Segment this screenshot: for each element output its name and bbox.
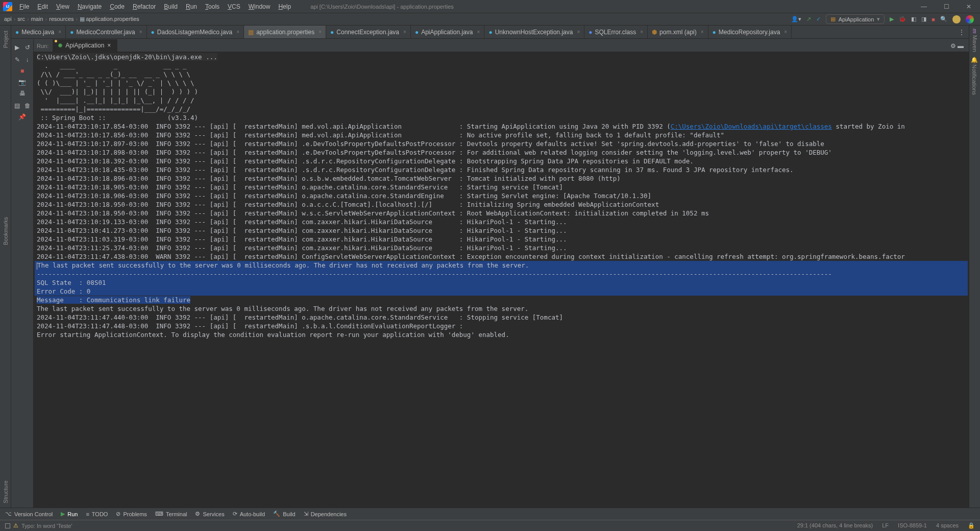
user-icon[interactable]: 👤▾ [791,16,801,22]
close-tab-icon[interactable]: × [477,29,480,35]
ide-settings-icon[interactable] [966,15,974,23]
line-separator[interactable]: LF [882,522,889,529]
run-tab-active[interactable]: ApiApplication × [53,39,117,52]
vcs-commit-icon[interactable]: ✓ [816,16,821,22]
debug-button[interactable]: 🐞 [899,16,906,22]
tool-window-terminal[interactable]: ⌨Terminal [155,511,187,517]
coverage-icon[interactable]: ◧ [911,16,916,22]
tool-window-services[interactable]: ⚙Services [195,511,224,517]
maximize-button[interactable]: ☐ [935,0,958,13]
console-output[interactable]: C:\Users\Zoio\.jdks\openjdk-20\bin\java.… [34,52,969,508]
editor-tab[interactable]: ●MedicoController.java× [66,26,146,38]
tool-window-run[interactable]: ▶Run [61,511,78,517]
search-icon[interactable]: 🔍 [940,16,947,22]
snapshot-icon[interactable]: 📷 [18,78,27,87]
menu-edit[interactable]: Edit [33,1,52,12]
close-tab-icon[interactable]: × [236,29,239,35]
avatar-icon[interactable] [952,15,961,23]
menu-window[interactable]: Window [244,1,275,12]
readonly-lock-icon[interactable]: 🔒 [968,522,975,529]
maven-tool-button[interactable]: m Maven [972,29,978,52]
tool-window-todo[interactable]: ≡TODO [86,511,108,517]
run-config-select[interactable]: ▦ ApiApplication ▾ [826,14,885,24]
menu-build[interactable]: Build [160,1,182,12]
profiler-icon[interactable]: ◨ [921,16,926,22]
menu-refactor[interactable]: Refactor [129,1,160,12]
editor-tab[interactable]: ●Medico.java× [11,26,66,38]
bookmarks-tool-button[interactable]: Bookmarks [3,217,9,245]
stop-process-button[interactable]: ■ [18,66,27,76]
rerun-button[interactable]: ▶ [13,43,22,52]
tool-window-version-control[interactable]: ⌥Version Control [5,511,53,517]
editor-tab[interactable]: ▦application.properties× [244,26,326,38]
rerun-failed-icon[interactable]: ↺ [23,43,32,52]
modify-run-icon[interactable]: ✎ [13,55,22,64]
tool-window-dependencies[interactable]: ⇲Dependencies [304,511,347,517]
close-tab-icon[interactable]: × [784,29,787,35]
console-line: =========|_|==============|___/=/_/_/_/ [35,105,968,113]
tool-window-auto-build[interactable]: ⟳Auto-build [233,511,265,517]
breadcrumb-item[interactable]: resources [49,16,74,22]
structure-tool-button[interactable]: Structure [3,480,9,503]
close-tab-icon[interactable]: × [403,29,406,35]
close-tab-icon[interactable]: × [107,42,111,49]
menu-help[interactable]: Help [274,1,295,12]
breadcrumb-item[interactable]: main [31,16,43,22]
close-button[interactable]: ✕ [958,0,980,13]
breadcrumb-item[interactable]: ▦application.properties [80,16,139,22]
tabs-overflow-icon[interactable]: ⋮ [954,26,969,38]
tool-window-problems[interactable]: ⊘Problems [116,511,146,517]
notifications-tool-button[interactable]: 🔔 Notifications [971,56,978,95]
file-encoding[interactable]: ISO-8859-1 [898,522,927,529]
indent-setting[interactable]: 4 spaces [936,522,959,529]
menu-view[interactable]: View [52,1,74,12]
editor-tab[interactable]: ⬢pom.xml (api)× [648,26,708,38]
breadcrumb-item[interactable]: api [4,16,12,22]
tool-windows-toggle-icon[interactable] [5,523,10,528]
editor-tab[interactable]: ●DadosListagemMedico.java× [147,26,244,38]
tool-window-build[interactable]: 🔨Build [273,511,295,517]
menu-run[interactable]: Run [182,1,201,12]
main-menu: FileEditViewNavigateCodeRefactorBuildRun… [15,1,295,12]
console-line: SQL State : 08S01 [35,278,968,287]
console-line: 2024-11-04T23:11:47.448-03:00 INFO 3392 … [35,322,968,330]
pin-icon[interactable]: 📌 [18,112,27,122]
menu-file[interactable]: File [15,1,33,12]
console-line: 2024-11-04T23:11:25.374-03:00 INFO 3392 … [35,244,968,252]
close-tab-icon[interactable]: × [318,29,322,35]
app-logo: IJ [3,2,12,11]
file-type-icon: ● [151,29,155,36]
vcs-update-icon[interactable]: ↗ [806,16,811,22]
trash-icon[interactable]: 🗑 [23,101,32,110]
run-button[interactable]: ▶ [890,16,894,22]
file-link[interactable]: C:\Users\Zoio\Downloads\api\target\class… [671,123,832,130]
console-line: 2024-11-04T23:11:47.438-03:00 WARN 3392 … [35,252,968,261]
menu-vcs[interactable]: VCS [224,1,244,12]
window-title: api [C:\Users\Zoio\Downloads\api] - appl… [310,4,454,10]
menu-tools[interactable]: Tools [201,1,224,12]
console-line: 2024-11-04T23:10:18.950-03:00 INFO 3392 … [35,200,968,209]
project-tool-button[interactable]: Project [3,31,9,48]
editor-tab[interactable]: ●UnknownHostException.java× [484,26,584,38]
stop-button[interactable]: ■ [932,16,935,22]
file-type-icon: ▦ [248,29,254,36]
caret-position[interactable]: 29:1 (404 chars, 4 line breaks) [797,522,873,529]
breadcrumb-item[interactable]: src [17,16,25,22]
close-tab-icon[interactable]: × [58,29,61,35]
close-tab-icon[interactable]: × [701,29,704,35]
close-tab-icon[interactable]: × [577,29,580,35]
close-tab-icon[interactable]: × [139,29,142,35]
menu-code[interactable]: Code [106,1,129,12]
editor-tab[interactable]: ●SQLError.class× [584,26,648,38]
print-icon[interactable]: 🖶 [18,89,27,98]
minimize-button[interactable]: — [913,0,935,13]
menu-navigate[interactable]: Navigate [74,1,106,12]
step-down-icon[interactable]: ↓ [23,55,32,64]
file-type-icon: ● [488,29,492,36]
close-tab-icon[interactable]: × [640,29,643,35]
editor-tab[interactable]: ●ConnectException.java× [326,26,411,38]
layout-icon[interactable]: ▤ [13,101,22,110]
editor-tab[interactable]: ●ApiApplication.java× [411,26,485,38]
run-settings-icon[interactable]: ⚙ ▬ [945,40,969,52]
editor-tab[interactable]: ●MedicoRepository.java× [708,26,792,38]
